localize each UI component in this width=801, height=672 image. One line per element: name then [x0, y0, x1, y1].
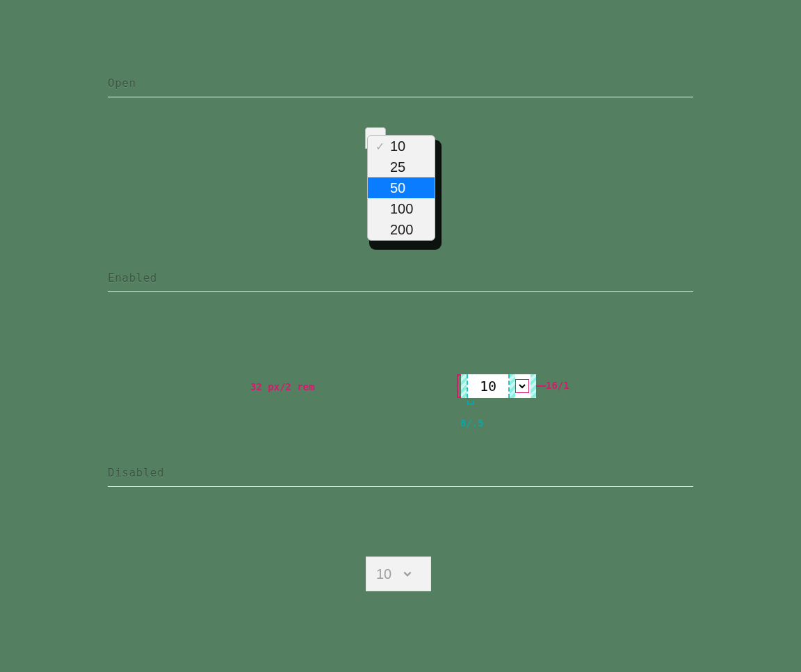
section-enabled: 32 px/2 rem 16/1 8/.5 10 — [108, 292, 693, 466]
section-open: ✓10✓25✓50✓100✓200 — [108, 97, 693, 271]
dropdown-option-label: 10 — [386, 138, 428, 154]
section-header-enabled: Enabled — [108, 271, 693, 292]
dropdown-option-label: 100 — [386, 201, 428, 217]
section-header-open: Open — [108, 77, 693, 97]
select-value: 10 — [468, 378, 508, 394]
select-disabled: 10 — [366, 557, 431, 591]
spec-padding-stripe-mid — [510, 374, 515, 398]
section-disabled: 10 — [108, 487, 693, 661]
spec-label-chevron: 16/1 — [546, 380, 569, 391]
dropdown-option-label: 200 — [386, 222, 428, 238]
dropdown-option-25[interactable]: ✓25 — [368, 157, 435, 177]
spec-padding-stripe-right — [531, 374, 536, 398]
dropdown-option-100[interactable]: ✓100 — [368, 198, 435, 219]
select-enabled[interactable]: 10 — [461, 374, 536, 398]
chevron-down-icon — [403, 566, 412, 582]
dropdown-option-50[interactable]: ✓50 — [368, 177, 435, 198]
dropdown-option-10[interactable]: ✓10 — [368, 136, 435, 157]
spec-diagram: 32 px/2 rem 16/1 8/.5 10 — [250, 362, 626, 445]
check-icon: ✓ — [373, 140, 386, 153]
spec-padding-stripe-left — [461, 374, 467, 398]
chevron-down-icon — [515, 379, 529, 393]
spec-padding-bracket — [467, 401, 474, 405]
dropdown-menu: ✓10✓25✓50✓100✓200 — [367, 135, 435, 241]
dropdown-option-200[interactable]: ✓200 — [368, 219, 435, 240]
section-header-disabled: Disabled — [108, 466, 693, 487]
dropdown-option-label: 50 — [386, 180, 428, 196]
spec-label-padding: 8/.5 — [460, 417, 484, 429]
spec-label-height: 32 px/2 rem — [250, 381, 315, 392]
select-disabled-value: 10 — [376, 566, 391, 582]
dropdown-option-label: 25 — [386, 159, 428, 175]
